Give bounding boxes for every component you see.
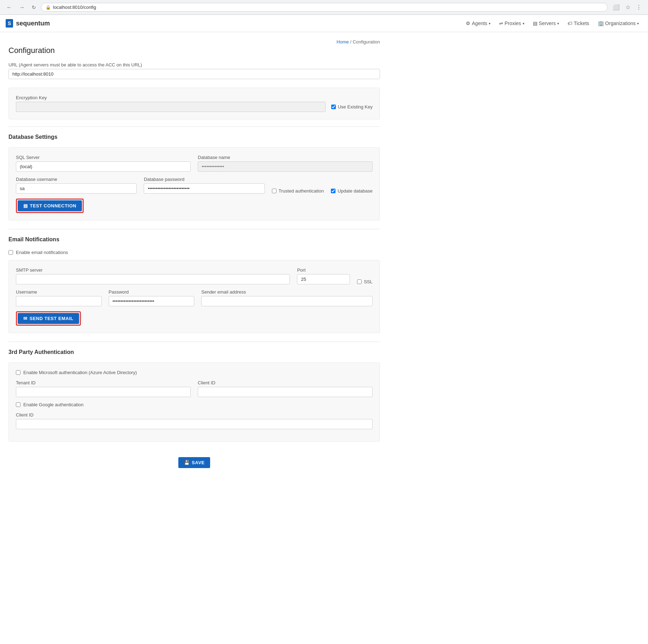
test-connection-label: TEST CONNECTION <box>30 203 77 208</box>
reload-button[interactable]: ↻ <box>30 4 38 11</box>
ssl-group: SSL <box>357 279 373 284</box>
encryption-section: Encryption Key Use Existing Key <box>8 88 380 119</box>
email-username-input[interactable] <box>16 296 102 306</box>
use-existing-label[interactable]: Use Existing Key <box>338 104 373 110</box>
update-db-label[interactable]: Update database <box>338 188 373 194</box>
sql-server-group: SQL Server <box>16 155 191 172</box>
test-connection-icon: ▤ <box>23 203 28 208</box>
nav-servers[interactable]: ▤ Servers ▾ <box>529 18 563 28</box>
db-username-label: Database username <box>16 177 137 182</box>
breadcrumb-separator: / <box>350 39 351 45</box>
port-input[interactable] <box>297 274 350 284</box>
use-existing-checkbox[interactable] <box>331 105 336 109</box>
nav-tickets[interactable]: 🏷 Tickets <box>564 18 593 28</box>
port-label: Port <box>297 267 350 273</box>
sender-email-input[interactable] <box>201 296 373 306</box>
top-nav: S sequentum ⚙ Agents ▾ ⇌ Proxies ▾ ▤ Ser… <box>0 15 648 32</box>
db-password-label: Database password <box>144 177 264 182</box>
google-client-id-input[interactable] <box>16 419 373 429</box>
save-icon: 💾 <box>184 460 190 465</box>
email-section-title: Email Notifications <box>8 236 380 244</box>
email-icon: ✉ <box>23 316 28 321</box>
tenant-id-group: Tenant ID <box>16 380 191 397</box>
back-button[interactable]: ← <box>4 4 14 11</box>
db-password-input[interactable] <box>144 183 264 194</box>
divider-1 <box>8 126 380 127</box>
encryption-key-input[interactable] <box>16 102 326 112</box>
save-button[interactable]: 💾 SAVE <box>178 457 210 468</box>
ms-ids-row: Tenant ID Client ID <box>16 380 373 397</box>
ssl-checkbox[interactable] <box>357 279 362 284</box>
test-connection-button[interactable]: ▤ TEST CONNECTION <box>18 200 82 211</box>
nav-organizations[interactable]: 🏢 Organizations ▾ <box>594 18 642 28</box>
nav-proxies[interactable]: ⇌ Proxies ▾ <box>495 18 528 28</box>
save-label: SAVE <box>192 460 204 465</box>
smtp-input[interactable] <box>16 274 290 284</box>
url-section: URL (Agent servers must be able to acces… <box>8 62 380 79</box>
organizations-label: Organizations <box>605 20 636 26</box>
use-existing-check-group: Use Existing Key <box>331 104 373 110</box>
db-username-group: Database username <box>16 177 137 194</box>
email-creds-row: Username Password Sender email address <box>16 289 373 306</box>
ms-client-id-label: Client ID <box>198 380 373 385</box>
db-password-group: Database password <box>144 177 264 194</box>
servers-label: Servers <box>539 20 556 26</box>
proxies-caret: ▾ <box>523 22 524 25</box>
bookmark-button[interactable]: ☆ <box>623 3 632 11</box>
address-input[interactable] <box>53 5 603 10</box>
db-name-input[interactable] <box>198 161 373 172</box>
database-section-title: Database Settings <box>8 134 380 142</box>
database-fields: SQL Server Database name Database userna… <box>8 147 380 220</box>
ms-auth-row: Enable Microsoft authentication (Azure A… <box>16 370 373 375</box>
send-test-email-label: SEND TEST EMAIL <box>30 316 74 321</box>
email-section: Email Notifications Enable email notific… <box>8 236 380 333</box>
google-auth-checkbox[interactable] <box>16 402 20 407</box>
url-label: URL (Agent servers must be able to acces… <box>8 62 380 67</box>
ms-auth-checkbox[interactable] <box>16 370 20 375</box>
encryption-label: Encryption Key <box>16 95 326 100</box>
enable-email-label[interactable]: Enable email notifications <box>16 250 68 255</box>
save-row: 💾 SAVE <box>8 450 380 472</box>
sql-server-input[interactable] <box>16 161 191 172</box>
trusted-auth-label[interactable]: Trusted authentication <box>279 188 324 194</box>
page-title: Configuration <box>8 46 380 55</box>
update-db-checkbox[interactable] <box>331 189 335 193</box>
encryption-key-group: Encryption Key <box>16 95 326 112</box>
email-fields: SMTP server Port SSL Username <box>8 260 380 333</box>
smtp-row: SMTP server Port SSL <box>16 267 373 284</box>
trusted-auth-checkbox[interactable] <box>272 189 277 193</box>
ssl-label[interactable]: SSL <box>364 279 373 284</box>
divider-2 <box>8 229 380 229</box>
logo-area: S sequentum <box>6 19 50 28</box>
sender-email-group: Sender email address <box>201 289 373 306</box>
breadcrumb: Home / Configuration <box>8 39 380 45</box>
forward-button[interactable]: → <box>17 4 27 11</box>
tickets-label: Tickets <box>574 20 589 26</box>
logo-text: sequentum <box>16 20 50 27</box>
google-auth-label[interactable]: Enable Google authentication <box>23 402 84 407</box>
google-client-id-label: Client ID <box>16 412 373 418</box>
extensions-button[interactable]: ⬜ <box>611 3 622 11</box>
ms-auth-label[interactable]: Enable Microsoft authentication (Azure A… <box>23 370 137 375</box>
agents-caret: ▾ <box>489 22 491 25</box>
proxies-label: Proxies <box>505 20 521 26</box>
breadcrumb-current: Configuration <box>353 39 380 45</box>
organizations-caret: ▾ <box>637 22 639 25</box>
breadcrumb-home[interactable]: Home <box>337 39 349 45</box>
db-username-input[interactable] <box>16 183 137 194</box>
ms-client-id-input[interactable] <box>198 387 373 397</box>
menu-button[interactable]: ⋮ <box>634 3 644 11</box>
url-input[interactable] <box>8 69 380 79</box>
trusted-auth-group: Trusted authentication <box>272 188 324 194</box>
enable-email-row: Enable email notifications <box>8 250 380 255</box>
nav-agents[interactable]: ⚙ Agents ▾ <box>462 18 494 28</box>
send-test-email-container: ✉ SEND TEST EMAIL <box>16 311 81 326</box>
organizations-icon: 🏢 <box>598 20 604 26</box>
email-username-label: Username <box>16 289 102 295</box>
enable-email-checkbox[interactable] <box>8 250 13 255</box>
send-test-email-button[interactable]: ✉ SEND TEST EMAIL <box>18 313 79 324</box>
email-username-group: Username <box>16 289 102 306</box>
email-password-input[interactable] <box>109 296 195 306</box>
tenant-id-input[interactable] <box>16 387 191 397</box>
lock-icon: 🔒 <box>46 5 51 10</box>
